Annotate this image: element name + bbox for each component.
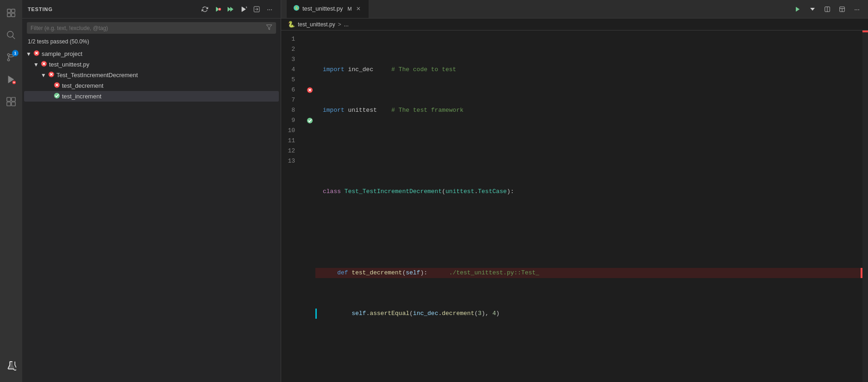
breadcrumb-filename[interactable]: test_unittest.py [298, 21, 335, 28]
gutter-line-6 [304, 85, 315, 95]
code-line-5 [315, 227, 862, 237]
more-editor-button[interactable]: ··· [851, 4, 862, 15]
gutter-line-4 [304, 65, 315, 75]
code-line-7: self.assertEqual(inc_dec.decrement(3), 4… [315, 309, 862, 319]
run-editor-button[interactable] [792, 4, 803, 15]
gutter-line-7 [304, 95, 315, 105]
line-num: 8 [281, 105, 301, 115]
go-to-test-button[interactable] [251, 4, 262, 15]
chevron-icon: ▼ [26, 51, 31, 57]
token: ( [402, 268, 406, 278]
split-editor-button[interactable] [822, 4, 833, 15]
svg-marker-21 [242, 6, 246, 12]
svg-marker-24 [266, 25, 272, 30]
svg-rect-12 [7, 97, 11, 101]
token: Test_TestIncrementDecrement [345, 187, 442, 197]
svg-point-6 [7, 54, 10, 56]
line-num: 9 [281, 115, 301, 126]
gutter-line-5 [304, 75, 315, 85]
tabs-row: 🐍 test_unittest.py M ✕ [287, 0, 369, 18]
filter-bar [27, 22, 276, 34]
svg-line-5 [12, 36, 15, 39]
token: # The test framework [391, 105, 463, 115]
token: ( [442, 187, 445, 197]
svg-rect-1 [12, 9, 15, 12]
line-num: 11 [281, 136, 301, 146]
run-dropdown-button[interactable] [807, 4, 818, 15]
chevron-icon: ▼ [33, 61, 39, 68]
breadcrumb-file-icon: 🐍 [288, 21, 295, 28]
cyan-border [315, 309, 317, 319]
svg-rect-15 [12, 102, 15, 106]
svg-text:🐍: 🐍 [295, 6, 299, 10]
token: 4 [492, 309, 496, 319]
line-num: 1 [281, 34, 301, 44]
token: ./test_unittest.py::Test_ [449, 268, 539, 278]
run-all-tests-button[interactable] [225, 4, 236, 15]
tab-close-button[interactable]: ✕ [355, 5, 362, 12]
token: unittest [445, 187, 474, 197]
code-line-4: class Test_TestIncrementDecrement(unitte… [315, 187, 862, 197]
code-editor[interactable]: 1 2 3 4 5 6 7 8 9 10 11 12 13 [281, 30, 868, 382]
tree-item-test-class[interactable]: ▼ Test_TestIncrementDecrement [24, 70, 279, 80]
python-file-icon: 🐍 [293, 5, 300, 12]
tree-item-sample-project[interactable]: ▼ sample_project [24, 49, 279, 59]
tree-label: test_unittest.py [49, 61, 89, 68]
line-num: 10 [281, 126, 301, 136]
editor-area: 🐍 test_unittest.py M ✕ [281, 0, 868, 382]
svg-rect-2 [7, 13, 11, 17]
token: test_decrement [351, 268, 402, 278]
editor-toolbar-right: ··· [792, 4, 862, 15]
tree-label: test_increment [62, 93, 101, 100]
code-content[interactable]: import inc_dec # The code to test import… [315, 30, 862, 382]
token: ( [409, 309, 413, 319]
filter-input[interactable] [31, 25, 264, 31]
code-line-8 [315, 349, 862, 359]
gutter-line-8 [304, 105, 315, 115]
source-control-badge: 1 [12, 50, 18, 56]
token: . [438, 309, 442, 319]
code-line-2: import unittest # The test framework [315, 105, 862, 115]
source-control-icon[interactable]: 1 [2, 48, 20, 67]
testing-panel: TESTING [22, 0, 281, 382]
code-line-1: import inc_dec # The code to test [315, 65, 862, 75]
line-numbers: 1 2 3 4 5 6 7 8 9 10 11 12 13 [281, 30, 304, 382]
tree-item-test-decrement[interactable]: test_decrement [24, 80, 279, 91]
editor-scrollbar[interactable] [862, 30, 868, 382]
activity-bar: 1 [0, 0, 22, 382]
gutter-line-11 [304, 136, 315, 146]
tab-filename: test_unittest.py [302, 5, 343, 12]
token: ( [474, 309, 478, 319]
token: self [351, 309, 366, 319]
fail-icon [41, 61, 47, 68]
more-actions-button[interactable]: ··· [264, 4, 275, 15]
token: decrement [442, 309, 474, 319]
refresh-tests-button[interactable] [199, 4, 210, 15]
tree-item-test-increment[interactable]: test_increment [24, 91, 279, 102]
tree-label: Test_TestIncrementDecrement [56, 72, 138, 79]
breadcrumb-more[interactable]: ... [344, 21, 349, 28]
debug-tests-button[interactable] [238, 4, 249, 15]
layout-button[interactable] [837, 4, 848, 15]
svg-marker-40 [796, 6, 800, 12]
token: ): [420, 268, 428, 278]
extensions-icon[interactable] [2, 92, 20, 111]
run-tests-button[interactable] [212, 4, 223, 15]
token: import [323, 65, 345, 75]
search-icon[interactable] [2, 26, 20, 44]
test-stats: 1/2 tests passed (50.0%) [22, 37, 281, 49]
line-num: 3 [281, 55, 301, 65]
tree-label: sample_project [42, 50, 82, 57]
explorer-icon[interactable] [2, 4, 20, 22]
tree-item-test-file[interactable]: ▼ test_unittest.py [24, 59, 279, 70]
token: def [323, 268, 348, 278]
token: 3 [478, 309, 482, 319]
line-num: 7 [281, 95, 301, 105]
chevron-icon: ▼ [41, 72, 46, 79]
run-debug-icon[interactable] [2, 70, 20, 89]
token: inc_dec [345, 65, 391, 75]
test-beaker-icon[interactable] [2, 356, 20, 375]
editor-topbar: 🐍 test_unittest.py M ✕ [281, 0, 868, 18]
token [323, 309, 351, 319]
tab-test-unittest[interactable]: 🐍 test_unittest.py M ✕ [287, 0, 369, 18]
